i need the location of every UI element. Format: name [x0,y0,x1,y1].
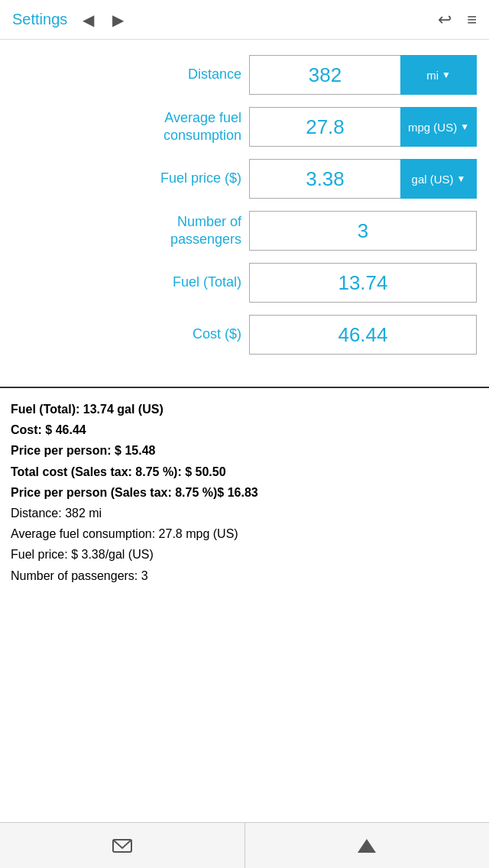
fuel-price-label: Fuel price ($) [12,170,249,187]
settings-button[interactable]: Settings [12,11,67,28]
svg-marker-1 [358,839,376,853]
result-normal-2: Average fuel consumption: 27.8 mpg (US) [11,523,478,544]
cost-value: 46.44 [338,323,387,347]
avg-fuel-input-wrapper[interactable] [249,107,400,147]
avg-fuel-input[interactable] [250,108,400,146]
undo-icon[interactable]: ↩ [438,10,452,30]
distance-row: Distance mi ▼ [12,55,477,95]
nav-bar: Settings ◀ ▶ ↩ ≡ [0,0,489,40]
results-bold-section: Fuel (Total): 13.74 gal (US) Cost: $ 46.… [11,399,478,503]
fuel-price-row: Fuel price ($) gal (US) ▼ [12,159,477,199]
fuel-total-label: Fuel (Total) [12,274,249,291]
fuel-price-input[interactable] [250,160,400,198]
distance-label: Distance [12,66,249,83]
avg-fuel-unit-arrow: ▼ [460,121,469,132]
fuel-price-unit-arrow: ▼ [457,173,466,184]
results-area: Fuel (Total): 13.74 gal (US) Cost: $ 46.… [0,388,489,822]
up-button[interactable] [245,823,490,868]
result-line-4: Total cost (Sales tax: 8.75 %): $ 50.50 [11,462,478,482]
fuel-price-input-wrapper[interactable] [249,159,400,199]
passengers-label: Number of passengers [12,213,249,249]
results-normal-section: Distance: 382 mi Average fuel consumptio… [11,503,478,586]
distance-input-wrapper[interactable] [249,55,400,95]
nav-right-icons: ↩ ≡ [438,10,477,30]
result-normal-4: Number of passengers: 3 [11,565,478,586]
fuel-total-value-wrapper: 13.74 [249,263,477,303]
distance-unit[interactable]: mi ▼ [400,55,477,95]
calculator-area: Distance mi ▼ Average fuel consumption m… [0,40,489,374]
email-icon [112,835,133,857]
bottom-bar [0,822,489,868]
passengers-value: 3 [358,219,368,243]
distance-input[interactable] [250,56,400,94]
result-normal-3: Fuel price: $ 3.38/gal (US) [11,544,478,565]
menu-icon[interactable]: ≡ [467,10,477,30]
forward-arrow[interactable]: ▶ [112,11,124,29]
fuel-total-value: 13.74 [338,271,387,295]
cost-label: Cost ($) [12,326,249,343]
result-line-1: Fuel (Total): 13.74 gal (US) [11,399,478,419]
avg-fuel-row: Average fuel consumption mpg (US) ▼ [12,107,477,147]
cost-value-wrapper: 46.44 [249,315,477,355]
cost-row: Cost ($) 46.44 [12,315,477,355]
result-line-5: Price per person (Sales tax: 8.75 %)$ 16… [11,482,478,503]
passengers-value-wrapper: 3 [249,211,477,251]
passengers-row: Number of passengers 3 [12,211,477,251]
email-button[interactable] [0,823,245,868]
result-normal-1: Distance: 382 mi [11,503,478,523]
distance-unit-arrow: ▼ [442,70,451,80]
nav-arrows: ◀ ▶ [83,11,438,29]
fuel-price-unit[interactable]: gal (US) ▼ [400,159,477,199]
result-line-3: Price per person: $ 15.48 [11,440,478,461]
avg-fuel-unit[interactable]: mpg (US) ▼ [400,107,477,147]
up-arrow-icon [356,835,377,857]
avg-fuel-label: Average fuel consumption [12,109,249,145]
fuel-total-row: Fuel (Total) 13.74 [12,263,477,303]
result-line-2: Cost: $ 46.44 [11,419,478,440]
back-arrow[interactable]: ◀ [83,11,94,29]
